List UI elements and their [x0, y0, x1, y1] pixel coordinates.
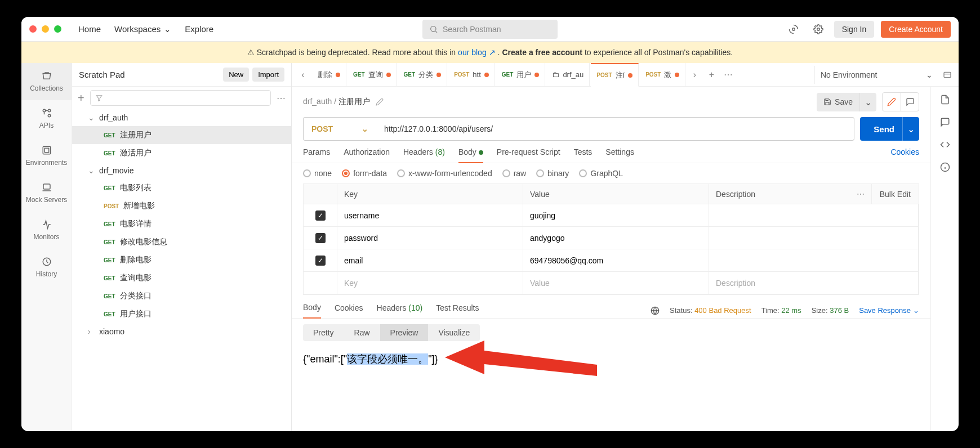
request-item[interactable]: GET修改电影信息	[72, 233, 291, 251]
tab-next-icon[interactable]: ›	[687, 67, 702, 83]
info-icon[interactable]	[940, 162, 950, 172]
tab-prerequest[interactable]: Pre-request Script	[497, 147, 560, 163]
checkbox-checked-icon[interactable]: ✓	[315, 233, 326, 243]
body-type-none[interactable]: none	[303, 169, 332, 178]
tab[interactable]: POSThtt	[448, 63, 495, 87]
view-pretty[interactable]: Pretty	[303, 324, 344, 341]
tab[interactable]: GET分类	[398, 63, 448, 87]
env-quicklook-icon[interactable]	[939, 67, 955, 83]
body-type-binary[interactable]: binary	[536, 169, 569, 178]
view-preview[interactable]: Preview	[380, 324, 429, 341]
send-dropdown[interactable]: ⌄	[902, 117, 919, 141]
request-item[interactable]: GET查询电影	[72, 269, 291, 287]
add-icon[interactable]: +	[78, 92, 84, 105]
tab-authorization[interactable]: Authorization	[344, 147, 390, 163]
edit-name-icon[interactable]	[376, 98, 384, 106]
save-button[interactable]: Save	[817, 93, 859, 111]
tab[interactable]: 删除	[312, 63, 346, 87]
body-type-formdata[interactable]: form-data	[342, 169, 387, 178]
save-response-button[interactable]: Save Response ⌄	[859, 306, 919, 315]
maximize-window-button[interactable]	[54, 25, 61, 33]
globe-icon[interactable]	[651, 306, 660, 315]
rail-environments[interactable]: Environments	[21, 137, 72, 174]
rail-history[interactable]: History	[21, 249, 72, 286]
view-raw[interactable]: Raw	[344, 324, 380, 341]
tab-params[interactable]: Params	[303, 147, 330, 163]
environment-select[interactable]: No Environment ⌄	[814, 66, 938, 84]
table-row[interactable]: ✓ username guojing	[304, 204, 919, 227]
request-item[interactable]: GET电影详情	[72, 215, 291, 233]
more-icon[interactable]: ⋯	[857, 190, 865, 199]
request-item[interactable]: GET删除电影	[72, 251, 291, 269]
svg-rect-10	[944, 72, 951, 77]
comments-panel-icon[interactable]	[940, 117, 950, 127]
table-row[interactable]: ✓ password andygogo	[304, 227, 919, 249]
blog-link[interactable]: our blog ↗	[458, 48, 495, 57]
folder-drf-movie[interactable]: ⌄ drf_movie	[72, 162, 291, 179]
rail-monitors[interactable]: Monitors	[21, 212, 72, 249]
new-tab-icon[interactable]: +	[703, 67, 719, 83]
rail-apis[interactable]: APIs	[21, 100, 72, 137]
body-type-graphql[interactable]: GraphQL	[579, 169, 623, 178]
comments-icon[interactable]	[901, 93, 919, 111]
minimize-window-button[interactable]	[42, 25, 49, 33]
share-icon[interactable]	[883, 93, 901, 111]
request-item[interactable]: GET 激活用户	[72, 144, 291, 162]
tab-tests[interactable]: Tests	[574, 147, 593, 163]
search-input[interactable]: Search Postman	[422, 20, 558, 39]
settings-icon[interactable]	[809, 20, 827, 38]
url-input[interactable]	[376, 117, 854, 141]
body-type-urlencoded[interactable]: x-www-form-urlencoded	[397, 169, 492, 178]
create-account-button[interactable]: Create Account	[881, 21, 951, 38]
code-icon[interactable]	[940, 140, 950, 150]
bulk-edit-button[interactable]: Bulk Edit	[872, 190, 919, 199]
filter-icon	[95, 94, 103, 102]
tab[interactable]: GET查询	[348, 63, 397, 87]
tab[interactable]: 🗀drf_au	[546, 63, 590, 87]
folder-drf-auth[interactable]: ⌄ drf_auth	[72, 109, 291, 126]
table-row-new[interactable]: Key Value Description	[304, 272, 919, 294]
request-item[interactable]: GET 注册用户	[72, 126, 291, 144]
tab-headers[interactable]: Headers (8)	[403, 147, 445, 163]
request-item[interactable]: GET分类接口	[72, 287, 291, 305]
close-window-button[interactable]	[29, 25, 37, 33]
import-button[interactable]: Import	[252, 68, 284, 82]
rail-collections[interactable]: Collections	[21, 63, 72, 100]
more-options-icon[interactable]: ⋯	[277, 93, 286, 104]
sync-icon[interactable]	[785, 20, 803, 38]
checkbox-checked-icon[interactable]: ✓	[315, 210, 326, 221]
new-button[interactable]: New	[223, 68, 249, 82]
folder-xiaomo[interactable]: › xiaomo	[72, 323, 291, 340]
tab[interactable]: POST激	[640, 63, 685, 87]
view-visualize[interactable]: Visualize	[428, 324, 480, 341]
tab-options-icon[interactable]: ⋯	[720, 67, 736, 83]
rail-mock-servers[interactable]: Mock Servers	[21, 174, 72, 212]
cookies-link[interactable]: Cookies	[890, 147, 919, 163]
save-dropdown[interactable]: ⌄	[859, 93, 876, 111]
create-account-link[interactable]: Create a free account	[502, 48, 582, 57]
body-type-raw[interactable]: raw	[502, 169, 527, 178]
response-tab-body[interactable]: Body	[303, 303, 321, 319]
table-row[interactable]: ✓ email 694798056@qq.com	[304, 249, 919, 272]
signin-button[interactable]: Sign In	[834, 21, 875, 38]
request-item[interactable]: POST新增电影	[72, 197, 291, 215]
nav-home[interactable]: Home	[78, 24, 101, 34]
tab-prev-icon[interactable]: ‹	[295, 67, 311, 83]
tab-settings[interactable]: Settings	[605, 147, 634, 163]
tab[interactable]: GET用户	[496, 63, 546, 87]
request-item[interactable]: GET用户接口	[72, 305, 291, 323]
tab-body[interactable]: Body	[458, 147, 483, 163]
nav-workspaces[interactable]: Workspaces ⌄	[114, 24, 171, 34]
documentation-icon[interactable]	[940, 95, 950, 105]
response-tab-tests[interactable]: Test Results	[436, 303, 479, 318]
checkbox-checked-icon[interactable]: ✓	[315, 256, 326, 266]
method-select[interactable]: POST ⌄	[303, 117, 376, 141]
request-item[interactable]: GET电影列表	[72, 179, 291, 197]
send-button[interactable]: Send	[860, 117, 908, 141]
filter-input[interactable]	[90, 90, 271, 106]
response-tab-cookies[interactable]: Cookies	[335, 303, 363, 318]
svg-point-1	[792, 28, 795, 30]
response-tab-headers[interactable]: Headers (10)	[377, 303, 423, 318]
nav-explore[interactable]: Explore	[185, 24, 213, 34]
tab-active[interactable]: POST注f	[591, 63, 639, 87]
